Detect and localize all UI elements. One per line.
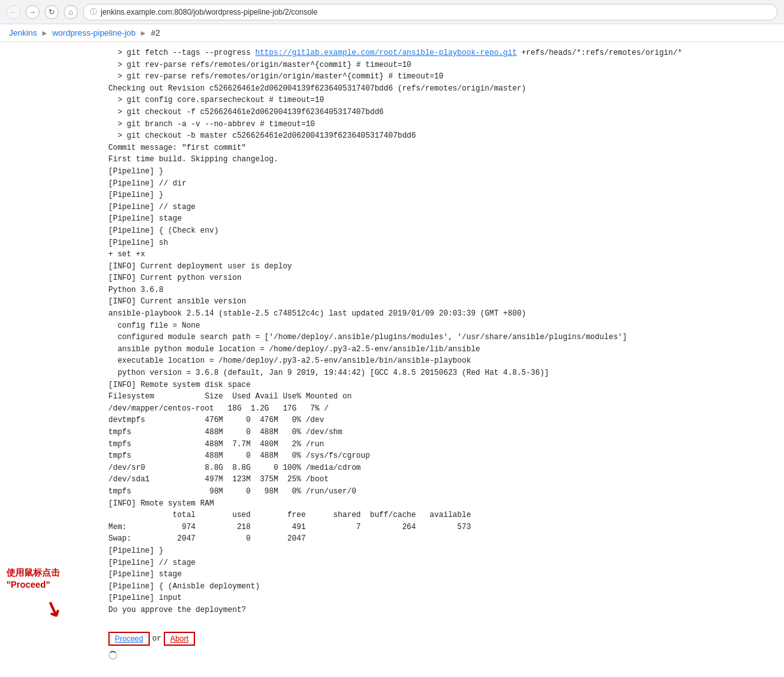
console-container: 使用鼠标点击 "Proceed" ↘ > git fetch --tags --… (0, 42, 784, 674)
annotation: 使用鼠标点击 "Proceed" ↘ (6, 567, 60, 592)
breadcrumb-job[interactable]: wordpress-pipeline-job (52, 28, 136, 38)
reload-button[interactable]: ↻ (45, 5, 59, 19)
sep2: ► (140, 29, 147, 38)
forward-button[interactable]: → (25, 5, 40, 19)
url-text: jenkins.example.com:8080/job/wordpress-p… (101, 8, 317, 17)
annotation-line1: 使用鼠标点击 (6, 567, 60, 579)
loading-spinner (108, 651, 117, 660)
breadcrumb-build: #2 (151, 28, 160, 38)
abort-button[interactable]: Abort (164, 632, 195, 646)
left-gutter: 使用鼠标点击 "Proceed" ↘ (0, 42, 102, 674)
sep1: ► (41, 29, 48, 38)
annotation-line2: "Proceed" (6, 579, 60, 592)
action-area: Proceed or Abort (108, 632, 778, 660)
console-output[interactable]: > git fetch --tags --progress https://gi… (102, 42, 784, 674)
proceed-button[interactable]: Proceed (108, 632, 150, 646)
lock-icon: ⓘ (90, 7, 97, 17)
address-bar[interactable]: ⓘ jenkins.example.com:8080/job/wordpress… (83, 4, 778, 20)
browser-chrome: ← → ↻ ⌂ ⓘ jenkins.example.com:8080/job/w… (0, 0, 784, 24)
or-text: or (152, 633, 161, 645)
back-button[interactable]: ← (6, 5, 20, 19)
action-buttons: Proceed or Abort (108, 632, 778, 646)
gitlab-link[interactable]: https://gitlab.example.com/root/ansible-… (255, 48, 516, 57)
breadcrumb-jenkins[interactable]: Jenkins (9, 28, 37, 38)
breadcrumb: Jenkins ► wordpress-pipeline-job ► #2 (0, 24, 784, 42)
home-button[interactable]: ⌂ (64, 5, 78, 19)
arrow-icon: ↘ (40, 593, 66, 625)
